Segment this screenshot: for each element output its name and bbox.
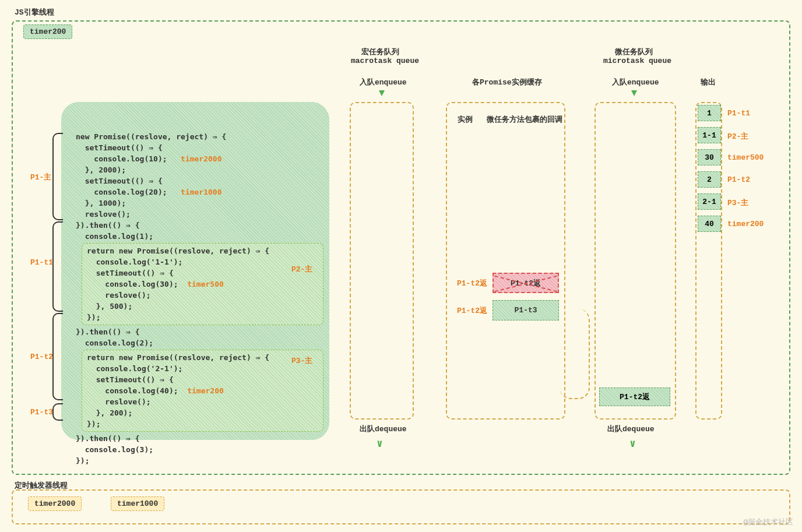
cache-left: P1-t2返 — [452, 300, 493, 320]
output-item: 2 — [698, 171, 721, 188]
inner-block-1: return new Promise((reslove, reject) ⇒ {… — [82, 243, 323, 325]
microtask-sub: microtask queue — [603, 57, 671, 65]
js-engine-label: JS引擎线程 — [15, 7, 54, 17]
microtask-item: P1-t2返 — [599, 387, 670, 406]
macrotask-title: 宏任务队列 — [361, 47, 399, 57]
output-item: 1 — [698, 105, 721, 121]
code-block: new Promise((reslove, reject) ⇒ { setTim… — [61, 102, 329, 440]
cache-right: P1-t2返 — [493, 273, 559, 293]
inner-block-2: return new Promise((reslove, reject) ⇒ {… — [82, 350, 323, 432]
label-p2-main: P2-主 — [291, 264, 312, 274]
arrow-down-open-icon: ∨ — [377, 437, 383, 450]
output-item: 40 — [698, 216, 721, 232]
output-item: 30 — [698, 149, 721, 165]
microtask-dequeue: 出队dequeue — [607, 424, 655, 434]
cache-row-crossed: P1-t2返 P1-t2返 — [452, 273, 559, 293]
bracket-p1-t1 — [52, 221, 63, 312]
bracket-p1-main — [52, 133, 63, 220]
output-label: P2-主 — [727, 131, 748, 142]
microtask-enqueue: 入队enqueue — [612, 77, 659, 87]
cache-right: P1-t3 — [493, 300, 559, 320]
output-label: timer200 — [727, 220, 764, 228]
microtask-title: 微任务队列 — [615, 47, 653, 57]
arrow-down-icon — [379, 90, 385, 96]
output-label: P3-主 — [727, 198, 748, 208]
label-p1-t1: P1-t1 — [30, 258, 53, 267]
promise-title: 各Promise实例缓存 — [472, 77, 542, 87]
macrotask-enqueue: 入队enqueue — [360, 77, 407, 87]
arrow-down-icon-2 — [631, 90, 637, 96]
timer200-badge: timer200 — [23, 24, 72, 39]
cache-row: P1-t2返 P1-t3 — [452, 300, 559, 320]
output-label: P1-t2 — [727, 175, 750, 184]
macrotask-dequeue: 出队dequeue — [360, 424, 407, 434]
output-item: 2-1 — [698, 193, 721, 210]
timer2000-badge: timer2000 — [28, 496, 82, 511]
watermark: @掘金技术社区 — [743, 517, 793, 527]
microtask-queue — [595, 102, 676, 420]
label-p1-t3: P1-t3 — [30, 408, 53, 417]
bracket-p1-t2 — [52, 313, 63, 400]
output-title: 输出 — [701, 77, 716, 87]
timer1000-badge: timer1000 — [111, 496, 164, 511]
promise-cache-box — [446, 102, 565, 420]
cache-left: P1-t2返 — [452, 273, 493, 293]
output-label: P1-t1 — [727, 109, 750, 118]
label-p3-main: P3-主 — [291, 355, 312, 366]
label-p1-main: P1-主 — [30, 172, 51, 182]
label-p1-t2: P1-t2 — [30, 353, 53, 361]
macrotask-sub: macrotask queue — [351, 57, 419, 65]
arrow-down-open-icon-2: ∨ — [629, 437, 636, 450]
output-item: 1-1 — [698, 127, 721, 143]
bracket-p1-t3 — [52, 403, 63, 421]
macrotask-queue — [350, 102, 414, 420]
output-label: timer500 — [727, 153, 764, 162]
